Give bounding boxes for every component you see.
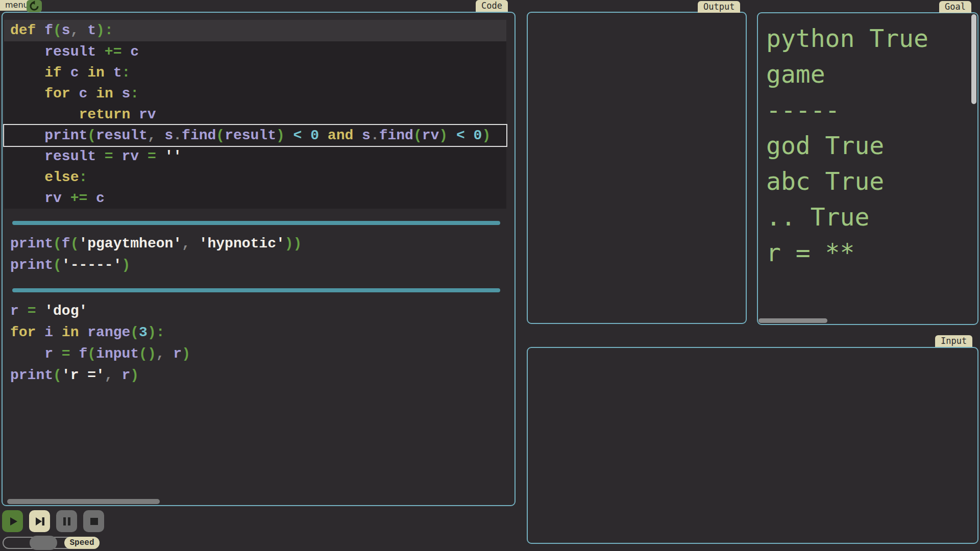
code-line[interactable]: for i in range(3): (4, 322, 506, 343)
goal-line: r = ** (766, 235, 928, 270)
code-line[interactable]: result = rv = '' (4, 146, 506, 167)
goal-horizontal-scrollbar[interactable] (758, 318, 827, 323)
tab-input: Input (935, 335, 972, 347)
tab-goal: Goal (939, 1, 971, 13)
play-button[interactable] (2, 510, 23, 532)
output-panel (527, 12, 747, 324)
speed-slider[interactable]: Speed (3, 537, 100, 549)
code-lines: def f(s, t): result += c if c in t: for … (4, 20, 506, 386)
shuffle-block: result += c if c in t: for c in s: retur… (4, 41, 506, 209)
code-separator (12, 221, 500, 225)
play-icon (6, 514, 20, 529)
step-icon (33, 514, 47, 529)
playback-controls (2, 510, 104, 532)
pause-button[interactable] (56, 510, 77, 532)
goal-lines: python Truegame-----god Trueabc True.. T… (766, 20, 928, 270)
code-line[interactable]: print('r =', r) (4, 365, 506, 386)
code-line[interactable]: if c in t: (4, 62, 506, 83)
code-line[interactable]: r = f(input(), r) (4, 343, 506, 365)
code-line[interactable]: def f(s, t): (4, 20, 506, 41)
goal-line: python True (766, 20, 928, 56)
code-line[interactable]: print('-----') (4, 255, 506, 276)
reset-button[interactable] (27, 0, 42, 12)
code-panel: def f(s, t): result += c if c in t: for … (2, 12, 516, 506)
code-line[interactable]: print(f('pgaytmheon', 'hypnotic')) (4, 233, 506, 255)
code-line[interactable]: r = 'dog' (4, 300, 506, 322)
goal-line: game (766, 56, 928, 92)
goal-panel: python Truegame-----god Trueabc True.. T… (757, 12, 978, 325)
tab-code: Code (476, 0, 508, 12)
reset-icon (29, 1, 40, 12)
goal-line: abc True (766, 163, 928, 199)
goal-vertical-scrollbar[interactable] (971, 14, 976, 104)
code-line[interactable]: result += c (4, 41, 506, 62)
goal-line: ----- (766, 92, 928, 128)
code-line[interactable]: print(result, s.find(result) < 0 and s.f… (4, 125, 506, 146)
code-line[interactable]: rv += c (4, 188, 506, 209)
code-horizontal-scrollbar[interactable] (7, 499, 160, 504)
tab-output: Output (698, 1, 740, 13)
input-panel[interactable] (527, 347, 978, 544)
speed-label: Speed (64, 537, 100, 549)
step-button[interactable] (29, 510, 50, 532)
pause-icon (60, 514, 74, 529)
code-separator (12, 288, 500, 292)
stop-icon (87, 514, 101, 529)
code-line[interactable]: else: (4, 167, 506, 188)
speed-slider-thumb[interactable] (30, 536, 57, 550)
code-line[interactable]: return rv (4, 104, 506, 125)
code-line[interactable]: for c in s: (4, 83, 506, 104)
goal-line: .. True (766, 199, 928, 235)
stop-button[interactable] (83, 510, 104, 532)
goal-line: god True (766, 128, 928, 163)
